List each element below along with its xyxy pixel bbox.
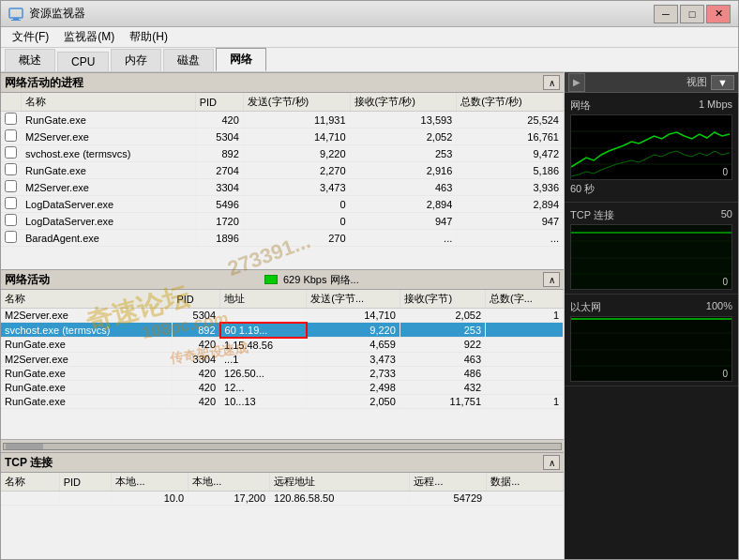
row-total [486, 380, 564, 394]
row-send: 2,050 [307, 394, 400, 408]
col-tcp-name: 名称 [1, 473, 59, 492]
row-recv: 2,052 [400, 309, 485, 323]
proc-recv: 947 [350, 213, 457, 230]
table-row[interactable]: LogDataServer.exe 5496 0 2,894 2,894 [1, 196, 564, 213]
col-total: 总数(字节/秒) [457, 93, 564, 112]
table-row[interactable]: RunGate.exe 420 1.15.48.56 4,659 922 [1, 338, 564, 353]
tab-network[interactable]: 网络 [216, 48, 266, 71]
table-row[interactable]: M2Server.exe 5304 14,710 2,052 1 [1, 309, 564, 323]
tcp-chart-section: TCP 连接 50 0 [565, 203, 738, 295]
right-top-bar: ▶ 视图 ▼ [565, 72, 738, 93]
expand-network-processes[interactable]: ∧ [543, 75, 560, 90]
table-row[interactable]: BaradAgent.exe 1896 270 ... ... [1, 230, 564, 247]
tab-cpu[interactable]: CPU [57, 52, 109, 71]
network-activity-table-scroll[interactable]: 名称 PID 地址 发送(字节... 接收(字节) 总数(字... M2Serv… [1, 290, 564, 439]
proc-name: RunGate.exe [22, 162, 196, 179]
row-checkbox[interactable] [1, 112, 22, 129]
row-total: 1 [486, 309, 564, 323]
network-activity-table: 名称 PID 地址 发送(字节... 接收(字节) 总数(字... M2Serv… [1, 290, 564, 409]
tab-memory[interactable]: 内存 [111, 49, 161, 71]
network-processes-table-scroll[interactable]: 名称 PID 发送(字节/秒) 接收(字节/秒) 总数(字节/秒) RunGat… [1, 93, 564, 269]
table-row[interactable]: RunGate.exe 420 12... 2,498 432 [1, 380, 564, 394]
table-row[interactable]: RunGate.exe 420 10...13 2,050 11,751 1 [1, 394, 564, 408]
right-panel: ▶ 视图 ▼ 网络 1 Mbps [565, 72, 738, 559]
network-processes-title: 网络活动的进程 [5, 75, 543, 91]
window-title: 资源监视器 [29, 6, 654, 22]
proc-send: 3,473 [243, 179, 350, 196]
row-checkbox[interactable] [1, 179, 22, 196]
row-checkbox[interactable] [1, 196, 22, 213]
menu-monitor[interactable]: 监视器(M) [56, 27, 122, 47]
row-pid: 420 [173, 338, 220, 353]
svg-rect-2 [11, 20, 21, 21]
row-send: 9,220 [307, 323, 400, 338]
main-window: 资源监视器 ─ □ ✕ 文件(F) 监视器(M) 帮助(H) 概述 CPU 内存… [0, 0, 739, 560]
col-check [1, 93, 22, 112]
row-checkbox[interactable] [1, 230, 22, 247]
row-addr [220, 309, 307, 323]
ethernet-chart-bottom-right: 0 [722, 369, 728, 379]
row-total [486, 338, 564, 353]
proc-pid: 5496 [195, 196, 243, 213]
table-row[interactable]: svchost.exe (termsvcs) 892 60 1.19... 9,… [1, 323, 564, 338]
menu-help[interactable]: 帮助(H) [122, 27, 175, 47]
row-send: 2,733 [307, 366, 400, 380]
table-row[interactable]: LogDataServer.exe 1720 0 947 947 [1, 213, 564, 230]
right-collapse-btn[interactable]: ▶ [568, 73, 585, 92]
col-tcp-remote-port: 远程... [410, 473, 487, 492]
row-name: M2Server.exe [1, 352, 173, 366]
tcp-chart-value: 50 [721, 208, 732, 222]
tcp-header: TCP 连接 ∧ [1, 452, 564, 473]
scroll-track[interactable] [3, 443, 562, 450]
view-dropdown-btn[interactable]: ▼ [711, 75, 734, 90]
ethernet-chart: 0 [570, 316, 732, 382]
close-button[interactable]: ✕ [706, 5, 731, 23]
scroll-thumb[interactable] [6, 444, 43, 449]
tcp-title: TCP 连接 [5, 455, 543, 471]
title-bar-buttons: ─ □ ✕ [654, 5, 731, 23]
horizontal-scrollbar[interactable] [1, 439, 564, 452]
col-tcp-pid: PID [59, 473, 112, 492]
table-row[interactable]: svchost.exe (termsvcs) 892 9,220 253 9,4… [1, 145, 564, 162]
table-row[interactable]: RunGate.exe 2704 2,270 2,916 5,186 [1, 162, 564, 179]
proc-send: 0 [243, 213, 350, 230]
proc-pid: 1896 [195, 230, 243, 247]
col-na-addr: 地址 [220, 290, 307, 309]
main-content: 网络活动的进程 ∧ 名称 PID 发送(字节/秒) 接收(字节/秒) 总 [1, 72, 738, 559]
tab-disk[interactable]: 磁盘 [163, 49, 214, 71]
row-pid: 3304 [173, 352, 220, 366]
table-row[interactable]: M2Server.exe 3304 3,473 463 3,936 [1, 179, 564, 196]
tcp-table-scroll[interactable]: 名称 PID 本地... 本地... 远程地址 远程... 数据... [1, 473, 564, 559]
row-send: 2,498 [307, 380, 400, 394]
row-pid: 420 [173, 380, 220, 394]
left-panel: 网络活动的进程 ∧ 名称 PID 发送(字节/秒) 接收(字节/秒) 总 [1, 72, 565, 559]
row-checkbox[interactable] [1, 145, 22, 162]
proc-name: M2Server.exe [22, 129, 196, 145]
table-row[interactable]: RunGate.exe 420 126.50... 2,733 486 [1, 366, 564, 380]
proc-send: 14,710 [243, 129, 350, 145]
table-row[interactable]: M2Server.exe 3304 ...1 3,473 463 [1, 352, 564, 366]
tab-overview[interactable]: 概述 [5, 49, 55, 71]
col-tcp-local2: 本地... [189, 473, 270, 492]
proc-name: BaradAgent.exe [22, 230, 196, 247]
row-name: RunGate.exe [1, 394, 173, 408]
menu-file[interactable]: 文件(F) [5, 27, 56, 47]
row-checkbox[interactable] [1, 213, 22, 230]
row-checkbox[interactable] [1, 129, 22, 145]
row-addr: 12... [220, 380, 307, 394]
expand-tcp[interactable]: ∧ [543, 455, 560, 470]
network-chart-label: 网络 [570, 98, 591, 113]
table-row[interactable]: 10.0 17,200 120.86.58.50 54729 [1, 492, 564, 506]
proc-total: 947 [457, 213, 564, 230]
row-pid: 5304 [173, 309, 220, 323]
maximize-button[interactable]: □ [680, 5, 704, 23]
minimize-button[interactable]: ─ [654, 5, 678, 23]
network-chart-bottom-right: 0 [722, 167, 728, 177]
network-chart-label-row: 网络 1 Mbps [565, 97, 738, 114]
table-row[interactable]: M2Server.exe 5304 14,710 2,052 16,761 [1, 129, 564, 145]
expand-network-activity[interactable]: ∧ [543, 272, 560, 287]
network-time-row: 60 秒 [565, 180, 738, 198]
table-row[interactable]: RunGate.exe 420 11,931 13,593 25,524 [1, 112, 564, 129]
row-checkbox[interactable] [1, 162, 22, 179]
ethernet-chart-label: 以太网 [570, 300, 601, 314]
